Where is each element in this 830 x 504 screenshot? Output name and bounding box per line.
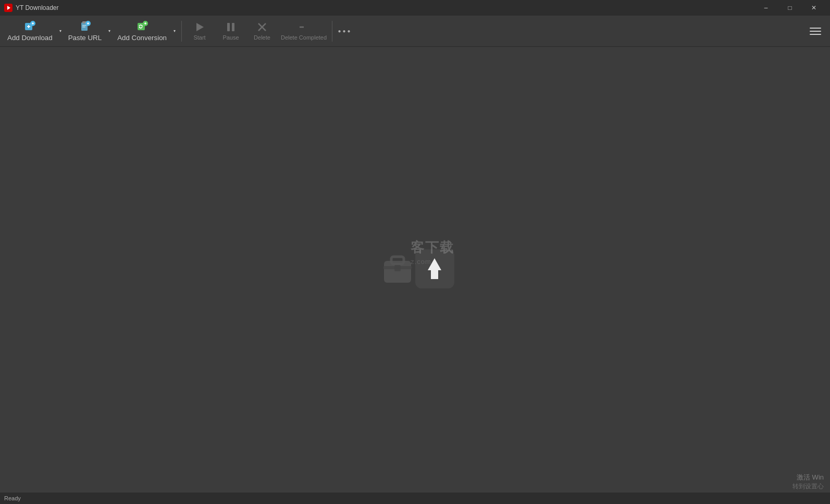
bag-icon-wrap xyxy=(379,249,418,291)
chevron-down-icon: ▾ xyxy=(59,29,61,33)
title-bar: YT Downloader – □ ✕ xyxy=(0,0,830,16)
add-conversion-dropdown-button[interactable]: ▾ xyxy=(170,17,179,45)
status-bar: Ready xyxy=(0,493,830,504)
hamburger-line-2 xyxy=(810,31,821,32)
minimize-button[interactable]: – xyxy=(754,0,778,16)
svg-rect-10 xyxy=(82,25,86,26)
add-conversion-icon xyxy=(137,21,148,32)
paste-url-group: Paste URL ▾ xyxy=(65,17,114,45)
svg-rect-23 xyxy=(232,23,234,31)
more-dots-icon: ●●● xyxy=(338,28,352,34)
more-button[interactable]: ●●● xyxy=(335,21,355,42)
pause-button[interactable]: Pause xyxy=(215,17,246,45)
delete-completed-button[interactable]: Delete Completed xyxy=(278,17,330,45)
main-content xyxy=(0,47,830,493)
start-icon xyxy=(194,21,205,33)
delete-completed-icon xyxy=(298,21,309,33)
paste-url-dropdown-button[interactable]: ▾ xyxy=(105,17,114,45)
delete-button[interactable]: Delete xyxy=(246,17,278,45)
minimize-icon: – xyxy=(764,4,768,11)
download-arrow-icon xyxy=(413,247,457,291)
add-download-dropdown-button[interactable]: ▾ xyxy=(56,17,65,45)
chevron-down-icon: ▾ xyxy=(174,29,176,33)
app-title: YT Downloader xyxy=(16,4,59,11)
pause-icon xyxy=(225,21,237,33)
add-download-button[interactable]: Add Download xyxy=(4,17,56,45)
chevron-down-icon: ▾ xyxy=(108,29,110,33)
app-icon xyxy=(4,4,13,12)
add-download-label: Add Download xyxy=(7,34,53,42)
add-conversion-button[interactable]: Add Conversion xyxy=(114,17,170,45)
add-download-icon xyxy=(24,21,35,32)
download-icon-wrap xyxy=(413,247,457,293)
start-label: Start xyxy=(193,34,205,41)
svg-rect-28 xyxy=(391,257,404,264)
center-icon-area xyxy=(374,244,457,296)
paste-url-label: Paste URL xyxy=(68,34,102,42)
close-button[interactable]: ✕ xyxy=(802,0,826,16)
delete-label: Delete xyxy=(254,34,270,41)
status-text: Ready xyxy=(4,495,21,501)
start-button[interactable]: Start xyxy=(184,17,215,45)
add-download-group: Add Download ▾ xyxy=(4,17,65,45)
title-bar-controls: – □ ✕ xyxy=(754,0,826,16)
paste-url-icon xyxy=(79,21,91,32)
svg-rect-22 xyxy=(227,23,230,31)
svg-rect-30 xyxy=(394,265,401,271)
toolbar: Add Download ▾ Paste URL ▾ xyxy=(0,16,830,47)
title-bar-left: YT Downloader xyxy=(4,4,59,12)
paste-url-button[interactable]: Paste URL xyxy=(65,17,105,45)
close-icon: ✕ xyxy=(811,4,816,11)
pause-label: Pause xyxy=(222,34,239,41)
hamburger-line-1 xyxy=(810,28,821,29)
svg-rect-11 xyxy=(82,27,85,28)
delete-completed-label: Delete Completed xyxy=(281,34,327,41)
toolbar-separator-2 xyxy=(332,21,332,42)
hamburger-line-3 xyxy=(810,34,821,35)
toolbar-separator-1 xyxy=(181,21,182,42)
delete-icon xyxy=(256,21,268,33)
svg-marker-21 xyxy=(196,23,204,31)
add-conversion-group: Add Conversion ▾ xyxy=(114,17,179,45)
bag-icon xyxy=(379,249,418,288)
hamburger-menu-button[interactable] xyxy=(805,21,826,42)
restore-icon: □ xyxy=(788,4,791,11)
add-conversion-label: Add Conversion xyxy=(117,34,167,42)
restore-button[interactable]: □ xyxy=(778,0,802,16)
